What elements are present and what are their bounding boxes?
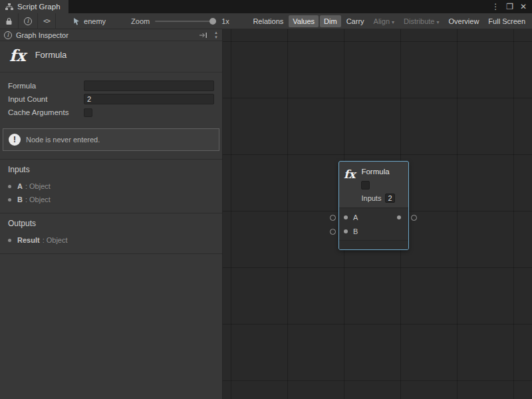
toolbar-buttons: Relations Values Dim Carry Align▾ Distri… bbox=[249, 15, 532, 27]
fx-icon: fx bbox=[344, 168, 355, 203]
cache-arguments-row: Cache Arguments bbox=[0, 106, 222, 119]
node-inputs-label: Inputs bbox=[361, 194, 381, 202]
align-label: Align bbox=[374, 17, 390, 25]
inputs-section: Inputs A : Object B : Object bbox=[0, 159, 222, 213]
scrollbar-arrows[interactable]: ▲ ▼ bbox=[211, 31, 221, 40]
node-header: fx Formula Inputs 2 bbox=[339, 162, 408, 207]
info-icon: i bbox=[4, 31, 12, 39]
zoom-label: Zoom bbox=[131, 17, 150, 25]
zoom-slider-knob[interactable] bbox=[209, 18, 216, 25]
cursor-icon bbox=[73, 17, 80, 25]
input-name: A bbox=[17, 182, 23, 190]
port-row-a: A bbox=[339, 210, 408, 224]
align-dropdown[interactable]: Align▾ bbox=[370, 15, 398, 27]
dock-icon[interactable] bbox=[199, 32, 207, 39]
tab-script-graph[interactable]: Script Graph bbox=[0, 0, 68, 13]
chevron-down-icon: ▾ bbox=[392, 19, 394, 25]
outputs-section: Outputs Result : Object bbox=[0, 213, 222, 254]
values-button[interactable]: Values bbox=[289, 15, 319, 27]
port-b-label: B bbox=[353, 227, 358, 235]
unit-title-block: fx Formula bbox=[0, 41, 222, 72]
warning-icon: ! bbox=[9, 134, 21, 146]
info-icon: i bbox=[24, 17, 32, 25]
toolbar: i <> enemy Zoom 1x Relations Values Dim … bbox=[0, 13, 532, 29]
window-controls: ⋮ ❐ ✕ bbox=[491, 0, 532, 13]
input-count-input[interactable] bbox=[84, 94, 214, 104]
node-footer bbox=[339, 240, 408, 249]
node-formula-field[interactable] bbox=[361, 181, 370, 190]
node-formula[interactable]: fx Formula Inputs 2 A bbox=[338, 161, 409, 250]
input-row-a: A : Object bbox=[0, 180, 222, 193]
lock-icon bbox=[5, 17, 13, 25]
unit-name: Formula bbox=[35, 50, 67, 60]
outputs-header: Outputs bbox=[0, 219, 222, 233]
node-input-count[interactable]: 2 bbox=[385, 194, 394, 203]
input-port-b-icon[interactable] bbox=[344, 229, 348, 233]
port-dot-icon bbox=[8, 239, 11, 242]
maximize-icon[interactable]: ❐ bbox=[506, 0, 513, 13]
full-screen-button[interactable]: Full Screen bbox=[484, 15, 529, 27]
inspector-header: i Graph Inspector ▲ ▼ bbox=[0, 29, 222, 41]
overview-button[interactable]: Overview bbox=[445, 15, 483, 27]
dim-button[interactable]: Dim bbox=[320, 15, 341, 27]
carry-button[interactable]: Carry bbox=[342, 15, 368, 27]
input-port-a-icon[interactable] bbox=[344, 215, 348, 219]
relations-button[interactable]: Relations bbox=[249, 15, 287, 27]
lock-button[interactable] bbox=[0, 13, 19, 29]
cache-arguments-checkbox[interactable] bbox=[84, 108, 92, 117]
cache-arguments-label: Cache Arguments bbox=[8, 108, 84, 116]
formula-input[interactable] bbox=[84, 80, 214, 91]
inputs-header: Inputs bbox=[0, 165, 222, 180]
zoom-control: Zoom 1x bbox=[131, 17, 229, 25]
code-preview-button[interactable]: <> bbox=[38, 13, 56, 29]
inspect-toggle-button[interactable]: i bbox=[19, 13, 38, 29]
port-a-label: A bbox=[353, 213, 358, 221]
fx-icon: fx bbox=[9, 48, 26, 64]
formula-field-row: Formula bbox=[0, 79, 222, 92]
input-type: : Object bbox=[25, 182, 51, 190]
outer-port-a-icon[interactable] bbox=[330, 215, 336, 221]
port-row-b: B bbox=[339, 224, 408, 238]
node-ports: A B bbox=[339, 207, 408, 240]
output-row-result: Result : Object bbox=[0, 233, 222, 247]
outer-port-result-icon[interactable] bbox=[411, 215, 417, 221]
target-label: enemy bbox=[84, 17, 106, 25]
inspector-title: Graph Inspector bbox=[16, 31, 68, 39]
input-type: : Object bbox=[25, 196, 51, 203]
output-name: Result bbox=[17, 236, 40, 244]
port-dot-icon bbox=[8, 198, 11, 201]
graph-icon bbox=[5, 3, 13, 11]
node-title: Formula bbox=[361, 167, 394, 177]
graph-inspector-panel: i Graph Inspector ▲ ▼ fx Formula Formula… bbox=[0, 29, 223, 399]
code-icon: <> bbox=[43, 17, 50, 25]
input-name: B bbox=[17, 196, 23, 203]
scroll-up-icon[interactable]: ▲ bbox=[214, 31, 218, 35]
close-icon[interactable]: ✕ bbox=[520, 0, 527, 13]
kebab-menu-icon[interactable]: ⋮ bbox=[491, 0, 499, 13]
outer-port-b-icon[interactable] bbox=[330, 229, 336, 235]
title-bar: Script Graph ⋮ ❐ ✕ bbox=[0, 0, 532, 13]
distribute-dropdown[interactable]: Distribute▾ bbox=[400, 15, 443, 27]
tab-label: Script Graph bbox=[17, 3, 61, 11]
zoom-value: 1x bbox=[221, 17, 229, 25]
graph-canvas[interactable]: fx Formula Inputs 2 A bbox=[223, 29, 532, 399]
input-count-field-row: Input Count bbox=[0, 92, 222, 106]
scroll-down-icon[interactable]: ▼ bbox=[214, 35, 218, 40]
zoom-slider[interactable] bbox=[155, 21, 216, 22]
input-row-b: B : Object bbox=[0, 193, 222, 206]
warning-text: Node is never entered. bbox=[26, 136, 100, 144]
distribute-label: Distribute bbox=[404, 17, 434, 25]
main-area: i Graph Inspector ▲ ▼ fx Formula Formula… bbox=[0, 29, 532, 399]
formula-label: Formula bbox=[8, 82, 84, 90]
port-dot-icon bbox=[8, 185, 11, 188]
node-inputs-row: Inputs 2 bbox=[361, 192, 394, 203]
output-port-result-icon[interactable] bbox=[397, 215, 401, 219]
output-type: : Object bbox=[43, 236, 68, 244]
chevron-down-icon: ▾ bbox=[437, 19, 440, 25]
graph-target[interactable]: enemy bbox=[73, 17, 106, 25]
warning-box: ! Node is never entered. bbox=[3, 128, 219, 151]
fields-block: Formula Input Count Cache Arguments bbox=[0, 72, 222, 120]
input-count-label: Input Count bbox=[8, 95, 84, 103]
